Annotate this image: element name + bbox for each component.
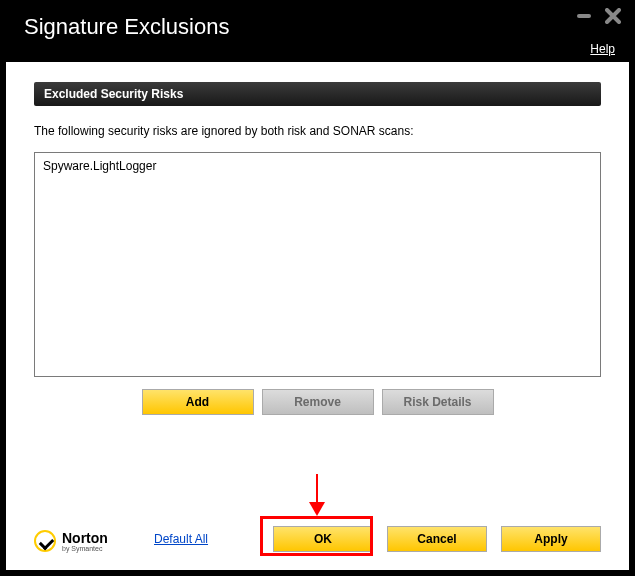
annotation-arrow-icon: [306, 474, 328, 518]
list-item[interactable]: Spyware.LightLogger: [41, 157, 594, 175]
content-panel: Excluded Security Risks The following se…: [6, 62, 629, 570]
default-all-link[interactable]: Default All: [154, 532, 208, 546]
close-icon[interactable]: [605, 8, 621, 24]
remove-button: Remove: [262, 389, 374, 415]
list-action-row: Add Remove Risk Details: [34, 389, 601, 415]
svg-marker-1: [309, 502, 325, 516]
minimize-icon[interactable]: [577, 14, 591, 18]
risk-details-button: Risk Details: [382, 389, 494, 415]
dialog-footer: Default All OK Cancel Apply: [34, 526, 601, 552]
ok-button[interactable]: OK: [273, 526, 373, 552]
section-description: The following security risks are ignored…: [34, 124, 601, 138]
apply-button[interactable]: Apply: [501, 526, 601, 552]
window-title: Signature Exclusions: [24, 14, 611, 40]
title-bar: Signature Exclusions Help: [0, 0, 635, 62]
cancel-button[interactable]: Cancel: [387, 526, 487, 552]
window-controls: [577, 8, 621, 24]
section-header: Excluded Security Risks: [34, 82, 601, 106]
exclusions-listbox[interactable]: Spyware.LightLogger: [34, 152, 601, 377]
help-link[interactable]: Help: [590, 42, 615, 56]
dialog-window: Signature Exclusions Help Excluded Secur…: [0, 0, 635, 576]
add-button[interactable]: Add: [142, 389, 254, 415]
